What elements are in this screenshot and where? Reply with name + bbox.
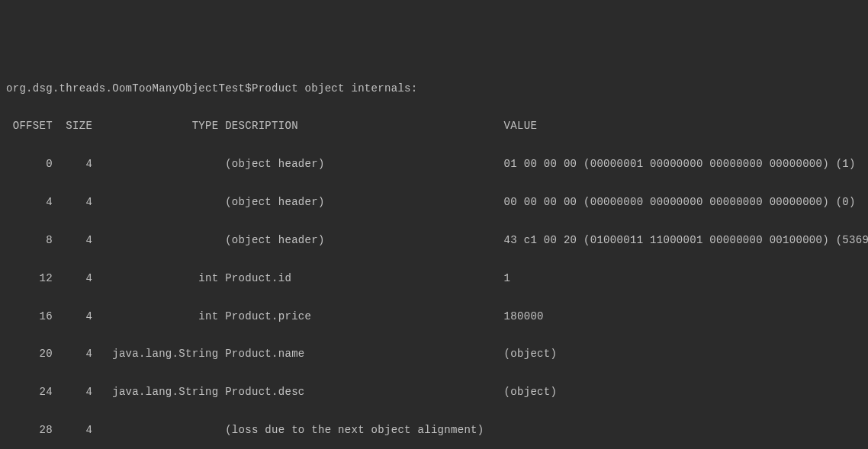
block1-row: 12 4 int Product.id 1: [6, 269, 862, 288]
block1-row: 16 4 int Product.price 180000: [6, 307, 862, 326]
block1-header: OFFSET SIZE TYPE DESCRIPTION VALUE: [6, 117, 862, 136]
block1-row: 28 4 (loss due to the next object alignm…: [6, 421, 862, 440]
block1-row: 24 4 java.lang.String Product.desc (obje…: [6, 383, 862, 402]
block1-title: org.dsg.threads.OomTooManyObjectTest$Pro…: [6, 79, 862, 98]
block1-row: 0 4 (object header) 01 00 00 00 (0000000…: [6, 155, 862, 174]
block1-row: 20 4 java.lang.String Product.name (obje…: [6, 345, 862, 364]
block1-row: 4 4 (object header) 00 00 00 00 (0000000…: [6, 193, 862, 212]
block1-row: 8 4 (object header) 43 c1 00 20 (0100001…: [6, 231, 862, 250]
